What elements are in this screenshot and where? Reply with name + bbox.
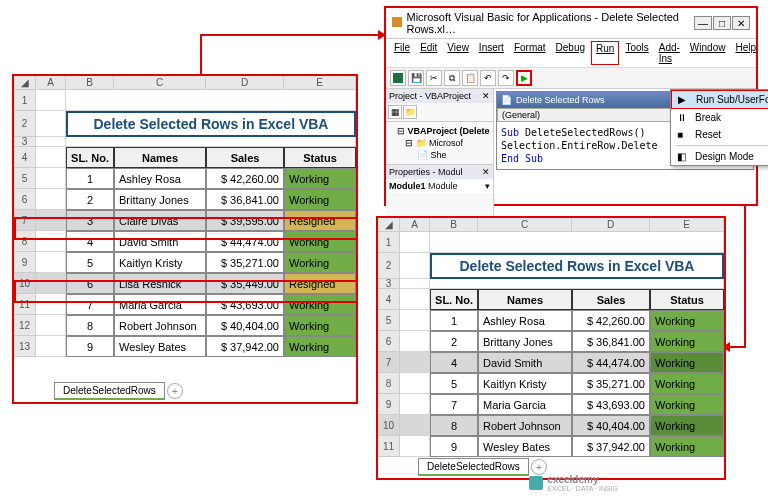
col-header[interactable]: B: [66, 76, 114, 89]
col-header[interactable]: E: [650, 218, 724, 231]
menu-edit[interactable]: Edit: [416, 41, 441, 65]
cell-name[interactable]: Maria Garcia: [478, 394, 572, 415]
table-row[interactable]: 2Brittany Jones$ 36,841.00Working: [400, 331, 724, 352]
row-header[interactable]: 6: [14, 189, 36, 210]
table-row[interactable]: 3Claire Divas$ 39,595.00Resigned: [36, 210, 356, 231]
cell-name[interactable]: David Smith: [114, 231, 206, 252]
menu-file[interactable]: File: [390, 41, 414, 65]
cell-status[interactable]: Resigned: [284, 210, 356, 231]
minimize-button[interactable]: —: [694, 16, 712, 30]
menu-insert[interactable]: Insert: [475, 41, 508, 65]
tree-root[interactable]: ⊟ VBAProject (Delete: [389, 125, 490, 137]
col-header[interactable]: E: [284, 76, 356, 89]
toolbar-run-icon[interactable]: ▶: [516, 70, 532, 86]
cell-sl[interactable]: 1: [430, 310, 478, 331]
menu-addins[interactable]: Add-Ins: [655, 41, 684, 65]
cell-sales[interactable]: $ 42,260.00: [206, 168, 284, 189]
toolbar-cut-icon[interactable]: ✂: [426, 70, 442, 86]
cell-sales[interactable]: $ 40,404.00: [206, 315, 284, 336]
row-header[interactable]: 9: [14, 252, 36, 273]
row-header[interactable]: 7: [378, 352, 400, 373]
cell-sl[interactable]: 8: [430, 415, 478, 436]
cell-sl[interactable]: 4: [66, 231, 114, 252]
properties-row[interactable]: Module1 Module ▾: [386, 179, 493, 193]
select-all-cell[interactable]: ◢: [14, 76, 36, 89]
select-all-cell[interactable]: ◢: [378, 218, 400, 231]
toolbar-save-icon[interactable]: 💾: [408, 70, 424, 86]
menu-view[interactable]: View: [443, 41, 473, 65]
cell-status[interactable]: Working: [284, 294, 356, 315]
table-row[interactable]: 1Ashley Rosa$ 42,260.00Working: [36, 168, 356, 189]
cell-status[interactable]: Working: [650, 415, 724, 436]
cell-sales[interactable]: $ 35,271.00: [206, 252, 284, 273]
cell-sales[interactable]: $ 44,474.00: [572, 352, 650, 373]
cell-sales[interactable]: $ 36,841.00: [572, 331, 650, 352]
cell-sales[interactable]: $ 35,271.00: [572, 373, 650, 394]
sheet-tab[interactable]: DeleteSelectedRows: [54, 382, 165, 400]
menu-format[interactable]: Format: [510, 41, 550, 65]
table-row[interactable]: 9Wesley Bates$ 37,942.00Working: [36, 336, 356, 357]
table-row[interactable]: 8Robert Johnson$ 40,404.00Working: [400, 415, 724, 436]
tree-folder[interactable]: ⊟ 📁 Microsof: [389, 137, 490, 149]
cell-status[interactable]: Working: [650, 310, 724, 331]
cell-name[interactable]: Brittany Jones: [114, 189, 206, 210]
row-header[interactable]: 4: [14, 147, 36, 168]
close-panel-icon[interactable]: ✕: [482, 167, 490, 177]
cell-status[interactable]: Working: [284, 189, 356, 210]
cell-sales[interactable]: $ 35,449.00: [206, 273, 284, 294]
cell-name[interactable]: Kaitlyn Kristy: [114, 252, 206, 273]
col-header[interactable]: C: [478, 218, 572, 231]
cell-sales[interactable]: $ 39,595.00: [206, 210, 284, 231]
row-header[interactable]: 7: [14, 210, 36, 231]
run-menu-break[interactable]: ⏸BreakCtrl+Break: [671, 109, 768, 126]
maximize-button[interactable]: □: [713, 16, 731, 30]
cell-name[interactable]: Robert Johnson: [114, 315, 206, 336]
col-header[interactable]: C: [114, 76, 206, 89]
cell-status[interactable]: Resigned: [284, 273, 356, 294]
cell-sl[interactable]: 3: [66, 210, 114, 231]
col-header[interactable]: D: [206, 76, 284, 89]
table-row[interactable]: 9Wesley Bates$ 37,942.00Working: [400, 436, 724, 457]
table-row[interactable]: 2Brittany Jones$ 36,841.00Working: [36, 189, 356, 210]
row-header[interactable]: 10: [378, 415, 400, 436]
table-row[interactable]: 5Kaitlyn Kristy$ 35,271.00Working: [36, 252, 356, 273]
row-header[interactable]: 8: [14, 231, 36, 252]
cell-sales[interactable]: $ 43,693.00: [206, 294, 284, 315]
col-header[interactable]: A: [400, 218, 430, 231]
cell-sl[interactable]: 9: [66, 336, 114, 357]
table-row[interactable]: 8Robert Johnson$ 40,404.00Working: [36, 315, 356, 336]
run-menu-run-sub[interactable]: ▶Run Sub/UserFormF5: [671, 90, 768, 109]
table-row[interactable]: 5Kaitlyn Kristy$ 35,271.00Working: [400, 373, 724, 394]
menu-run[interactable]: Run: [591, 41, 619, 65]
cell-sales[interactable]: $ 40,404.00: [572, 415, 650, 436]
menu-window[interactable]: Window: [686, 41, 730, 65]
menu-tools[interactable]: Tools: [621, 41, 652, 65]
cell-name[interactable]: Wesley Bates: [478, 436, 572, 457]
cell-name[interactable]: Robert Johnson: [478, 415, 572, 436]
run-menu-design[interactable]: ◧Design Mode: [671, 148, 768, 165]
cell-sl[interactable]: 2: [66, 189, 114, 210]
run-menu-reset[interactable]: ■Reset: [671, 126, 768, 143]
row-header[interactable]: 11: [14, 294, 36, 315]
cell-name[interactable]: Maria Garcia: [114, 294, 206, 315]
cell-sl[interactable]: 5: [66, 252, 114, 273]
cell-sl[interactable]: 9: [430, 436, 478, 457]
cell-sales[interactable]: $ 43,693.00: [572, 394, 650, 415]
row-header[interactable]: 10: [14, 273, 36, 294]
cell-name[interactable]: Ashley Rosa: [114, 168, 206, 189]
cell-sl[interactable]: 1: [66, 168, 114, 189]
cell-status[interactable]: Working: [650, 331, 724, 352]
cell-status[interactable]: Working: [284, 231, 356, 252]
table-row[interactable]: 4David Smith$ 44,474.00Working: [36, 231, 356, 252]
cell-sl[interactable]: 2: [430, 331, 478, 352]
cell-name[interactable]: Ashley Rosa: [478, 310, 572, 331]
cell-name[interactable]: Wesley Bates: [114, 336, 206, 357]
menu-debug[interactable]: Debug: [552, 41, 589, 65]
table-row[interactable]: 1Ashley Rosa$ 42,260.00Working: [400, 310, 724, 331]
row-header[interactable]: 4: [378, 289, 400, 310]
row-header[interactable]: 13: [14, 336, 36, 357]
row-header[interactable]: 1: [14, 90, 36, 111]
row-header[interactable]: 2: [378, 253, 400, 279]
cell-status[interactable]: Working: [650, 436, 724, 457]
cell-name[interactable]: David Smith: [478, 352, 572, 373]
